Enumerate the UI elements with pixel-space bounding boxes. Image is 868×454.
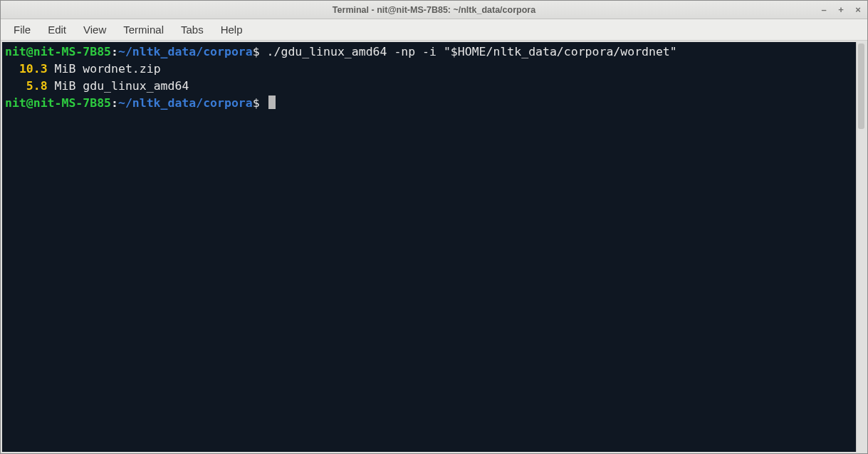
menubar: File Edit View Terminal Tabs Help bbox=[1, 19, 867, 41]
command-text: ./gdu_linux_amd64 -np -i "$HOME/nltk_dat… bbox=[267, 45, 677, 58]
prompt-symbol: $ bbox=[253, 45, 260, 58]
prompt-userhost: nit@nit-MS-7B85 bbox=[5, 96, 111, 110]
cursor-block bbox=[268, 96, 276, 109]
scrollbar[interactable] bbox=[856, 42, 866, 452]
prompt-colon: : bbox=[111, 96, 118, 110]
menu-view[interactable]: View bbox=[76, 21, 113, 38]
scrollbar-thumb[interactable] bbox=[858, 43, 864, 129]
output-size: 5.8 bbox=[26, 79, 48, 93]
output-name: wordnet.zip bbox=[83, 62, 160, 76]
output-unit: MiB bbox=[55, 79, 76, 93]
terminal-container: nit@nit-MS-7B85:~/nltk_data/corpora$ ./g… bbox=[1, 41, 867, 453]
menu-terminal[interactable]: Terminal bbox=[116, 21, 171, 38]
close-button[interactable]: × bbox=[853, 4, 863, 15]
menu-help[interactable]: Help bbox=[214, 21, 250, 38]
menu-tabs[interactable]: Tabs bbox=[174, 21, 211, 38]
menu-file[interactable]: File bbox=[6, 21, 38, 38]
prompt-colon: : bbox=[111, 45, 118, 58]
maximize-button[interactable]: + bbox=[836, 4, 846, 15]
prompt-userhost: nit@nit-MS-7B85 bbox=[5, 45, 111, 58]
minimize-button[interactable]: – bbox=[819, 4, 829, 15]
output-name: gdu_linux_amd64 bbox=[83, 79, 189, 93]
output-unit: MiB bbox=[55, 62, 76, 76]
terminal-area[interactable]: nit@nit-MS-7B85:~/nltk_data/corpora$ ./g… bbox=[2, 42, 856, 452]
titlebar[interactable]: Terminal - nit@nit-MS-7B85: ~/nltk_data/… bbox=[1, 1, 867, 19]
output-size: 10.3 bbox=[19, 62, 48, 76]
window-title: Terminal - nit@nit-MS-7B85: ~/nltk_data/… bbox=[333, 5, 535, 15]
prompt-symbol: $ bbox=[253, 96, 260, 110]
window-controls: – + × bbox=[819, 1, 863, 19]
command-text bbox=[260, 45, 267, 58]
menu-edit[interactable]: Edit bbox=[41, 21, 73, 38]
prompt-path: ~/nltk_data/corpora bbox=[118, 96, 253, 110]
terminal-window: Terminal - nit@nit-MS-7B85: ~/nltk_data/… bbox=[0, 0, 868, 454]
prompt-path: ~/nltk_data/corpora bbox=[118, 45, 253, 58]
